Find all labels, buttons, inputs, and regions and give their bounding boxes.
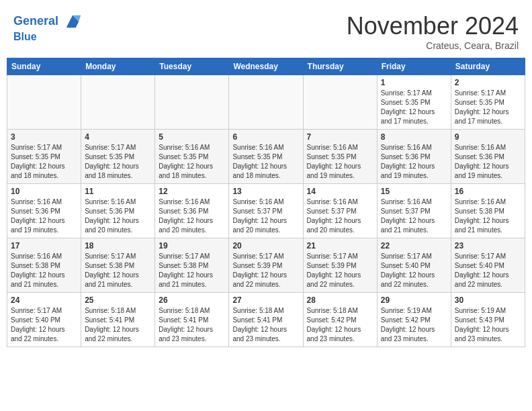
day-info: Sunrise: 5:16 AMSunset: 5:35 PMDaylight:… <box>159 143 225 181</box>
day-info: Sunrise: 5:18 AMSunset: 5:42 PMDaylight:… <box>307 306 373 344</box>
day-info: Sunrise: 5:19 AMSunset: 5:43 PMDaylight:… <box>455 306 521 344</box>
calendar-cell: 10Sunrise: 5:16 AMSunset: 5:36 PMDayligh… <box>7 184 81 238</box>
day-info: Sunrise: 5:18 AMSunset: 5:41 PMDaylight:… <box>232 306 299 344</box>
weekday-header-saturday: Saturday <box>451 58 525 75</box>
day-info: Sunrise: 5:16 AMSunset: 5:36 PMDaylight:… <box>455 143 521 181</box>
calendar-cell <box>155 75 229 130</box>
day-number: 24 <box>11 295 77 305</box>
calendar-cell <box>229 75 303 130</box>
day-info: Sunrise: 5:16 AMSunset: 5:35 PMDaylight:… <box>232 143 299 181</box>
location-subtitle: Crateus, Ceara, Brazil <box>347 40 519 51</box>
day-number: 26 <box>159 295 225 305</box>
day-info: Sunrise: 5:16 AMSunset: 5:38 PMDaylight:… <box>11 252 77 289</box>
calendar-cell: 6Sunrise: 5:16 AMSunset: 5:35 PMDaylight… <box>229 130 303 184</box>
calendar-cell: 17Sunrise: 5:16 AMSunset: 5:38 PMDayligh… <box>7 238 81 293</box>
calendar-cell: 18Sunrise: 5:17 AMSunset: 5:38 PMDayligh… <box>81 238 155 293</box>
day-info: Sunrise: 5:16 AMSunset: 5:36 PMDaylight:… <box>11 197 77 235</box>
day-number: 23 <box>455 241 521 250</box>
calendar-cell: 24Sunrise: 5:17 AMSunset: 5:40 PMDayligh… <box>7 293 81 347</box>
day-number: 8 <box>381 132 447 142</box>
calendar-cell: 20Sunrise: 5:17 AMSunset: 5:39 PMDayligh… <box>229 238 303 293</box>
calendar-cell: 29Sunrise: 5:19 AMSunset: 5:42 PMDayligh… <box>377 293 451 347</box>
calendar-cell: 27Sunrise: 5:18 AMSunset: 5:41 PMDayligh… <box>229 293 303 347</box>
calendar-cell: 21Sunrise: 5:17 AMSunset: 5:39 PMDayligh… <box>303 238 377 293</box>
calendar-cell: 15Sunrise: 5:16 AMSunset: 5:37 PMDayligh… <box>377 184 451 238</box>
day-info: Sunrise: 5:16 AMSunset: 5:36 PMDaylight:… <box>381 143 447 181</box>
calendar-cell: 19Sunrise: 5:17 AMSunset: 5:38 PMDayligh… <box>155 238 229 293</box>
day-number: 21 <box>307 241 373 250</box>
day-number: 28 <box>307 295 373 305</box>
calendar-cell: 14Sunrise: 5:16 AMSunset: 5:37 PMDayligh… <box>303 184 377 238</box>
calendar-cell: 25Sunrise: 5:18 AMSunset: 5:41 PMDayligh… <box>81 293 155 347</box>
calendar-cell: 7Sunrise: 5:16 AMSunset: 5:35 PMDaylight… <box>303 130 377 184</box>
day-number: 7 <box>307 132 373 142</box>
day-number: 4 <box>85 132 151 142</box>
day-number: 29 <box>381 295 447 305</box>
day-info: Sunrise: 5:17 AMSunset: 5:39 PMDaylight:… <box>232 252 299 289</box>
day-info: Sunrise: 5:19 AMSunset: 5:42 PMDaylight:… <box>381 306 447 344</box>
day-info: Sunrise: 5:16 AMSunset: 5:37 PMDaylight:… <box>381 197 447 235</box>
calendar-cell: 8Sunrise: 5:16 AMSunset: 5:36 PMDaylight… <box>377 130 451 184</box>
day-number: 20 <box>232 241 299 250</box>
day-info: Sunrise: 5:17 AMSunset: 5:38 PMDaylight:… <box>159 252 225 289</box>
day-info: Sunrise: 5:16 AMSunset: 5:38 PMDaylight:… <box>455 197 521 235</box>
calendar-cell: 9Sunrise: 5:16 AMSunset: 5:36 PMDaylight… <box>451 130 525 184</box>
weekday-header-tuesday: Tuesday <box>155 58 229 75</box>
calendar-cell: 26Sunrise: 5:18 AMSunset: 5:41 PMDayligh… <box>155 293 229 347</box>
calendar-table: SundayMondayTuesdayWednesdayThursdayFrid… <box>7 58 525 347</box>
calendar-cell <box>81 75 155 130</box>
calendar-cell: 23Sunrise: 5:17 AMSunset: 5:40 PMDayligh… <box>451 238 525 293</box>
day-info: Sunrise: 5:18 AMSunset: 5:41 PMDaylight:… <box>159 306 225 344</box>
calendar-cell: 16Sunrise: 5:16 AMSunset: 5:38 PMDayligh… <box>451 184 525 238</box>
day-number: 6 <box>232 132 299 142</box>
day-info: Sunrise: 5:17 AMSunset: 5:38 PMDaylight:… <box>85 252 151 289</box>
day-info: Sunrise: 5:17 AMSunset: 5:40 PMDaylight:… <box>455 252 521 289</box>
day-info: Sunrise: 5:17 AMSunset: 5:39 PMDaylight:… <box>307 252 373 289</box>
calendar-week-1: 1Sunrise: 5:17 AMSunset: 5:35 PMDaylight… <box>7 75 525 130</box>
title-area: November 2024 Crateus, Ceara, Brazil <box>347 12 519 51</box>
logo-line2: Blue <box>13 31 82 43</box>
calendar-cell: 5Sunrise: 5:16 AMSunset: 5:35 PMDaylight… <box>155 130 229 184</box>
day-number: 1 <box>381 78 447 87</box>
day-info: Sunrise: 5:17 AMSunset: 5:35 PMDaylight:… <box>455 89 521 126</box>
weekday-header-thursday: Thursday <box>303 58 377 75</box>
day-number: 5 <box>159 132 225 142</box>
day-info: Sunrise: 5:17 AMSunset: 5:35 PMDaylight:… <box>85 143 151 181</box>
calendar-cell: 2Sunrise: 5:17 AMSunset: 5:35 PMDaylight… <box>451 75 525 130</box>
day-number: 30 <box>455 295 521 305</box>
logo: General Blue <box>13 12 82 43</box>
page-header: General Blue November 2024 Crateus, Cear… <box>7 7 525 55</box>
day-number: 2 <box>455 78 521 87</box>
day-info: Sunrise: 5:16 AMSunset: 5:35 PMDaylight:… <box>307 143 373 181</box>
day-info: Sunrise: 5:17 AMSunset: 5:40 PMDaylight:… <box>381 252 447 289</box>
day-number: 25 <box>85 295 151 305</box>
weekday-header-sunday: Sunday <box>7 58 81 75</box>
calendar-cell: 28Sunrise: 5:18 AMSunset: 5:42 PMDayligh… <box>303 293 377 347</box>
calendar-week-3: 10Sunrise: 5:16 AMSunset: 5:36 PMDayligh… <box>7 184 525 238</box>
day-number: 18 <box>85 241 151 250</box>
day-number: 27 <box>232 295 299 305</box>
day-number: 9 <box>455 132 521 142</box>
calendar-week-5: 24Sunrise: 5:17 AMSunset: 5:40 PMDayligh… <box>7 293 525 347</box>
calendar-cell <box>303 75 377 130</box>
logo-icon <box>63 12 82 31</box>
day-number: 3 <box>11 132 77 142</box>
logo-text: General <box>13 12 82 31</box>
calendar-cell: 1Sunrise: 5:17 AMSunset: 5:35 PMDaylight… <box>377 75 451 130</box>
day-number: 22 <box>381 241 447 250</box>
day-info: Sunrise: 5:17 AMSunset: 5:35 PMDaylight:… <box>11 143 77 181</box>
calendar-cell: 30Sunrise: 5:19 AMSunset: 5:43 PMDayligh… <box>451 293 525 347</box>
month-title: November 2024 <box>347 12 519 40</box>
calendar-cell: 11Sunrise: 5:16 AMSunset: 5:36 PMDayligh… <box>81 184 155 238</box>
day-info: Sunrise: 5:16 AMSunset: 5:36 PMDaylight:… <box>159 197 225 235</box>
day-info: Sunrise: 5:17 AMSunset: 5:40 PMDaylight:… <box>11 306 77 344</box>
day-number: 13 <box>232 187 299 196</box>
day-number: 12 <box>159 187 225 196</box>
day-info: Sunrise: 5:16 AMSunset: 5:36 PMDaylight:… <box>85 197 151 235</box>
calendar-cell: 12Sunrise: 5:16 AMSunset: 5:36 PMDayligh… <box>155 184 229 238</box>
calendar-cell: 3Sunrise: 5:17 AMSunset: 5:35 PMDaylight… <box>7 130 81 184</box>
day-number: 16 <box>455 187 521 196</box>
day-number: 11 <box>85 187 151 196</box>
day-number: 17 <box>11 241 77 250</box>
calendar-header-row: SundayMondayTuesdayWednesdayThursdayFrid… <box>7 58 525 75</box>
